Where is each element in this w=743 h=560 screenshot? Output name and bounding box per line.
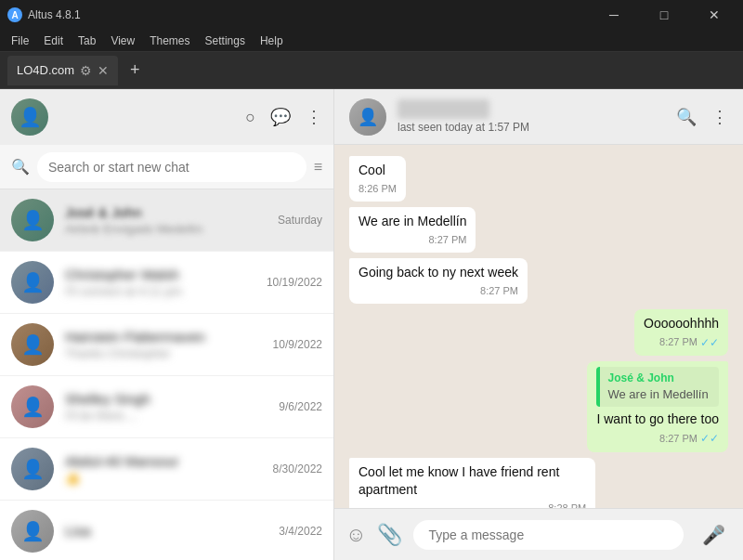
contact-avatar: 👤 [11,510,54,553]
contact-meta: 8/30/2022 [273,462,322,475]
contact-name: José & John [65,204,267,220]
contact-time: 3/4/2022 [279,525,322,538]
chat-input-bar: ☺ 📎 🎤 [334,508,743,560]
menu-view[interactable]: View [103,33,142,49]
contact-info: Hairstein Flabermaven Thanks Christopher [65,329,262,360]
tab-close-icon[interactable]: ✕ [98,63,109,78]
message-meta: 8:27 PM ✓✓ [596,431,719,447]
message-meta: 8:26 PM [358,182,397,196]
tab-settings-icon[interactable]: ⚙ [80,63,92,78]
app-title: Altus 4.8.1 [28,8,593,21]
add-tab-button[interactable]: + [122,58,148,84]
left-panel: 👤 ○ 💬 ⋮ 🔍 ≡ 👤 José & John Airbnb En [0,89,334,560]
avatar-face: 👤 [11,448,54,490]
search-icon: 🔍 [11,158,30,176]
contact-info: Shelley Singh I'll be there.... [65,391,267,423]
attach-button[interactable]: 📎 [377,523,402,547]
contact-meta: Saturday [278,214,322,227]
main-area: 👤 ○ 💬 ⋮ 🔍 ≡ 👤 José & John Airbnb En [0,89,743,560]
menu-file[interactable]: File [4,33,36,49]
contact-info: Abdul-Ali Mansour 👍 [65,453,262,485]
contact-info: Lisa [65,523,267,540]
chat-icon[interactable]: 💬 [270,107,291,127]
contact-item[interactable]: 👤 Abdul-Ali Mansour 👍 8/30/2022 [0,438,333,501]
message-text: Going back to ny next week [358,265,518,280]
contact-meta: 10/19/2022 [267,276,322,289]
search-bar: 🔍 ≡ [0,145,333,189]
menu-bar: File Edit Tab View Themes Settings Help [0,30,743,52]
tab-lo4d[interactable]: LO4D.com ⚙ ✕ [7,56,118,85]
chat-search-icon[interactable]: 🔍 [676,107,697,127]
avatar-image: 👤 [11,98,48,136]
send-button[interactable]: 🎤 [695,516,732,553]
tab-label: LO4D.com [17,63,74,77]
contact-name: Shelley Singh [65,391,267,407]
menu-edit[interactable]: Edit [36,33,71,49]
message-bubble: Cool 8:26 PM [349,156,406,202]
contact-last-message: 👍 [65,471,262,485]
contact-name: Christopher Walsh [65,267,255,282]
avatar-face: 👤 [11,199,54,241]
status-icon[interactable]: ○ [245,108,255,127]
contact-meta: 9/6/2022 [279,400,322,413]
message-check-icon: ✓✓ [700,335,719,351]
contact-list: 👤 José & John Airbnb Envigado Medellín S… [0,189,333,560]
contact-avatar: 👤 [11,448,54,490]
search-input[interactable] [37,152,306,182]
contact-name: Lisa [65,523,267,539]
contact-item[interactable]: 👤 Hairstein Flabermaven Thanks Christoph… [0,314,333,376]
contact-item[interactable]: 👤 Christopher Walsh I'll connect at 4:11… [0,252,333,314]
avatar-face: 👤 [11,385,54,428]
user-avatar[interactable]: 👤 [11,98,48,136]
mic-icon: 🎤 [702,524,725,546]
contact-last-message: Thanks Christopher [65,346,262,360]
app-icon: A [7,7,22,22]
message-input[interactable] [413,520,684,550]
contact-time: 9/6/2022 [279,400,322,413]
message-bubble: Cool let me know I have friend rent apar… [349,458,595,508]
menu-themes[interactable]: Themes [142,33,197,49]
chat-contact-info: José & John last seen today at 1:57 PM [398,99,665,134]
contact-item[interactable]: 👤 José & John Airbnb Envigado Medellín S… [0,189,333,252]
chat-header-icons: 🔍 ⋮ [676,107,728,127]
emoji-button[interactable]: ☺ [345,523,366,547]
message-text: Oooooohhhh [644,316,719,331]
message-meta: 8:27 PM [358,284,518,298]
menu-settings[interactable]: Settings [198,33,253,49]
maximize-button[interactable]: □ [643,0,685,30]
left-header: 👤 ○ 💬 ⋮ [0,89,333,145]
window-controls: ─ □ ✕ [593,0,736,30]
chat-status: last seen today at 1:57 PM [398,121,665,134]
contact-info: José & John Airbnb Envigado Medellín [65,204,267,236]
message-text: I want to go there too [596,411,719,426]
message-meta: 8:27 PM [358,233,466,247]
contact-item[interactable]: 👤 Shelley Singh I'll be there.... 9/6/20… [0,376,333,438]
contact-item[interactable]: 👤 Lisa 3/4/2022 [0,501,333,560]
tab-bar: LO4D.com ⚙ ✕ + [0,52,743,89]
chat-messages: Cool 8:26 PM We are in Medellín 8:27 PM … [334,145,743,508]
contact-time: 10/9/2022 [273,338,322,351]
more-options-icon[interactable]: ⋮ [306,107,322,127]
chat-more-icon[interactable]: ⋮ [711,107,728,127]
message-time: 8:27 PM [659,335,697,349]
contact-avatar: 👤 [11,385,54,428]
filter-icon[interactable]: ≡ [314,159,322,176]
message-time: 8:27 PM [429,233,467,247]
menu-tab[interactable]: Tab [71,33,103,49]
contact-meta: 10/9/2022 [273,338,322,351]
right-panel: 👤 José & John last seen today at 1:57 PM… [334,89,743,560]
contact-info: Christopher Walsh I'll connect at 4:11 p… [65,267,255,298]
quote-text: We are in Medellín [607,386,711,403]
message-meta: 8:28 PM [358,501,586,508]
minimize-button[interactable]: ─ [593,0,635,30]
avatar-face: 👤 [11,261,54,304]
title-bar: A Altus 4.8.1 ─ □ ✕ [0,0,743,30]
chat-contact-avatar[interactable]: 👤 [349,98,386,136]
close-button[interactable]: ✕ [693,0,736,30]
quote-bubble: José & John We are in Medellín [596,367,719,407]
menu-help[interactable]: Help [253,33,291,49]
avatar-face: 👤 [11,510,54,553]
left-header-icons: ○ 💬 ⋮ [245,107,322,127]
avatar-face: 👤 [11,323,54,366]
message-meta: 8:27 PM ✓✓ [644,335,719,351]
